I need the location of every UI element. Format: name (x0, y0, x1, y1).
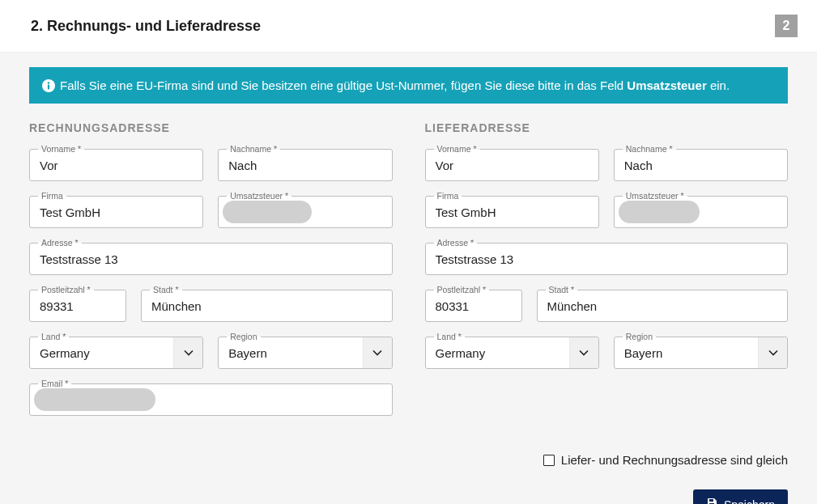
billing-country-select[interactable]: Land * Germany (29, 337, 203, 369)
shipping-postcode-input[interactable] (426, 290, 521, 321)
save-icon (706, 498, 717, 504)
shipping-firstname-field[interactable]: Vorname * (425, 149, 599, 181)
same-address-row[interactable]: Liefer- und Rechnungsadresse sind gleich (29, 453, 788, 467)
redacted-block (34, 388, 155, 411)
billing-postcode-field[interactable]: Postleitzahl * (29, 290, 126, 322)
billing-address-field[interactable]: Adresse * (29, 243, 393, 275)
field-label: Land * (434, 332, 465, 342)
field-label: Region (623, 332, 656, 342)
field-label: Stadt * (150, 285, 182, 295)
shipping-company-input[interactable] (426, 197, 598, 227)
chevron-down-icon[interactable] (363, 337, 392, 368)
shipping-vat-field[interactable]: Umsatzsteuer * (614, 196, 788, 228)
shipping-firstname-input[interactable] (426, 150, 598, 180)
redacted-block (619, 201, 700, 223)
billing-company-field[interactable]: Firma (29, 196, 203, 228)
field-label: Stadt * (546, 285, 578, 295)
panel-title: 2. Rechnungs- und Lieferadresse (31, 18, 261, 35)
save-button[interactable]: Speichern (693, 489, 788, 504)
panel-header: 2. Rechnungs- und Lieferadresse 2 (0, 0, 817, 53)
chevron-down-icon[interactable] (569, 337, 598, 368)
shipping-region-select[interactable]: Region Bayern (614, 337, 788, 369)
billing-lastname-field[interactable]: Nachname * (218, 149, 392, 181)
same-address-checkbox[interactable] (543, 455, 555, 466)
shipping-country-select[interactable]: Land * Germany (425, 337, 599, 369)
billing-heading: RECHNUNGSADRESSE (29, 121, 393, 134)
field-label: Region (227, 332, 260, 342)
field-label: Email * (38, 379, 71, 389)
field-label: Postleitzahl * (38, 285, 94, 295)
billing-region-value: Bayern (219, 337, 362, 368)
billing-company-input[interactable] (30, 197, 202, 227)
field-label: Nachname * (623, 144, 676, 155)
shipping-address-field[interactable]: Adresse * (425, 243, 789, 275)
info-icon (42, 79, 55, 92)
field-label: Firma (434, 191, 462, 201)
info-banner: Falls Sie eine EU-Firma sind und Sie bes… (29, 67, 788, 104)
field-label: Land * (38, 332, 69, 342)
field-label: Adresse * (38, 238, 82, 248)
shipping-company-field[interactable]: Firma (425, 196, 599, 228)
shipping-column: LIEFERADRESSE Vorname * Nachname * Firma (425, 121, 789, 430)
shipping-region-value: Bayern (615, 337, 758, 368)
banner-text: Falls Sie eine EU-Firma sind und Sie bes… (60, 78, 730, 92)
billing-address-input[interactable] (30, 244, 392, 274)
save-label: Speichern (724, 498, 775, 505)
billing-firstname-input[interactable] (30, 150, 202, 180)
svg-point-1 (48, 82, 50, 84)
billing-city-field[interactable]: Stadt * (141, 290, 393, 322)
shipping-country-value: Germany (426, 337, 569, 368)
billing-vat-field[interactable]: Umsatzsteuer * (218, 196, 392, 228)
chevron-down-icon[interactable] (173, 337, 202, 368)
billing-firstname-field[interactable]: Vorname * (29, 149, 203, 181)
field-label: Vorname * (434, 144, 480, 155)
billing-city-input[interactable] (142, 290, 392, 321)
field-label: Adresse * (434, 238, 478, 248)
redacted-block (223, 201, 312, 223)
field-label: Postleitzahl * (434, 285, 490, 295)
shipping-city-input[interactable] (538, 290, 788, 321)
shipping-city-field[interactable]: Stadt * (537, 290, 789, 322)
billing-lastname-input[interactable] (219, 150, 391, 180)
same-address-label: Liefer- und Rechnungsadresse sind gleich (561, 453, 788, 467)
field-label: Umsatzsteuer * (623, 191, 687, 201)
field-label: Firma (38, 191, 66, 201)
shipping-heading: LIEFERADRESSE (425, 121, 789, 134)
step-number: 2 (775, 15, 798, 37)
shipping-lastname-input[interactable] (615, 150, 787, 180)
field-label: Vorname * (38, 144, 84, 155)
field-label: Umsatzsteuer * (227, 191, 291, 201)
svg-rect-2 (48, 84, 49, 89)
shipping-lastname-field[interactable]: Nachname * (614, 149, 788, 181)
chevron-down-icon[interactable] (758, 337, 787, 368)
billing-country-value: Germany (30, 337, 173, 368)
billing-postcode-input[interactable] (30, 290, 126, 321)
shipping-address-input[interactable] (426, 244, 788, 274)
shipping-postcode-field[interactable]: Postleitzahl * (425, 290, 522, 322)
billing-email-field[interactable]: Email * (29, 383, 393, 416)
billing-region-select[interactable]: Region Bayern (218, 337, 392, 369)
field-label: Nachname * (227, 144, 280, 155)
billing-column: RECHNUNGSADRESSE Vorname * Nachname * Fi… (29, 121, 393, 430)
